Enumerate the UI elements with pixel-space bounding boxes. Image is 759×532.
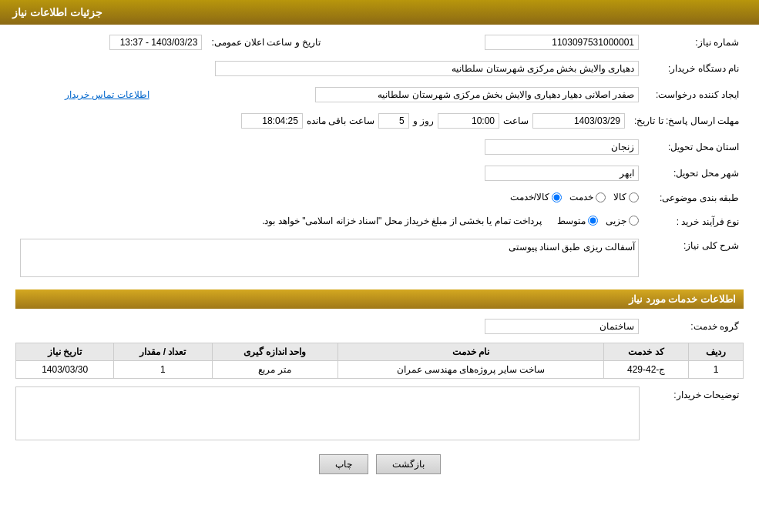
buyer-notes-textarea[interactable] — [15, 386, 640, 440]
need-number-label: شماره نیاز: — [643, 32, 744, 52]
services-data-table: ردیف کد خدمت نام خدمت واحد اندازه گیری ت… — [15, 343, 744, 379]
info-table-buyer-org: نام دستگاه خریدار: دهیاری والایش بخش مرک… — [15, 59, 744, 79]
back-button[interactable]: بازگشت — [376, 454, 441, 474]
deadline-days: 5 — [378, 113, 409, 129]
header-bar: جزئیات اطلاعات نیاز — [0, 0, 759, 25]
buyer-org-value: دهیاری والایش بخش مرکزی شهرستان سلطانیه — [215, 61, 639, 76]
info-table-creator: ایجاد کننده درخواست: صفدر اصلانی دهیار د… — [15, 85, 744, 105]
service-group-label: گروه خدمت: — [643, 316, 744, 336]
need-description-textarea[interactable] — [20, 239, 639, 277]
info-table-province: استان محل تحویل: زنجان — [15, 137, 744, 157]
province-label: استان محل تحویل: — [643, 137, 744, 157]
radio-khedmat[interactable]: خدمت — [569, 192, 606, 202]
main-content: شماره نیاز: 1103097531000001 تاریخ و ساع… — [0, 25, 759, 494]
services-section-title: اطلاعات خدمات مورد نیاز — [15, 289, 744, 309]
col-date: تاریخ نیاز — [16, 343, 114, 361]
col-code: کد خدمت — [604, 343, 689, 361]
date-label: تاریخ و ساعت اعلان عمومی: — [207, 32, 336, 52]
deadline-day-label: روز و — [413, 115, 434, 126]
deadline-remaining: 18:04:25 — [241, 113, 303, 129]
need-number-value: 1103097531000001 — [485, 35, 639, 50]
button-row: بازگشت چاپ — [15, 454, 744, 474]
info-table-purchase-type: نوع فرآیند خرید : جزیی متوسط پرداخت تمام… — [15, 213, 744, 231]
info-table-deadline: مهلت ارسال پاسخ: تا تاریخ: 1403/03/29 سا… — [15, 111, 744, 131]
creator-label: ایجاد کننده درخواست: — [643, 85, 744, 105]
radio-kala[interactable]: کالا — [613, 192, 639, 202]
radio-kala-khedmat[interactable]: کالا/خدمت — [510, 192, 562, 202]
need-desc-label: شرح کلی نیاز: — [643, 236, 744, 282]
info-table-need-desc: شرح کلی نیاز: آسفالت ریزی طبق اسناد پیوس… — [15, 236, 744, 282]
buyer-notes-row: توضیحات خریدار: — [15, 386, 744, 443]
deadline-time: 10:00 — [438, 113, 499, 129]
print-button[interactable]: چاپ — [319, 454, 368, 474]
col-qty: تعداد / مقدار — [114, 343, 212, 361]
deadline-remaining-label: ساعت باقی مانده — [307, 115, 374, 126]
purchase-type-label: نوع فرآیند خرید : — [643, 213, 744, 231]
col-row: ردیف — [688, 343, 743, 361]
service-group-value: ساختمان — [485, 319, 639, 334]
contact-link[interactable]: اطلاعات تماس خریدار — [65, 89, 149, 100]
table-row: 1ج-42-429ساخت سایر پروژه‌های مهندسی عمرا… — [16, 361, 744, 379]
header-title: جزئیات اطلاعات نیاز — [12, 6, 102, 18]
buyer-org-label: نام دستگاه خریدار: — [643, 59, 744, 79]
buyer-notes-label: توضیحات خریدار: — [643, 386, 744, 400]
radio-motavaset[interactable]: متوسط — [557, 216, 598, 226]
city-value: ابهر — [485, 166, 639, 181]
deadline-time-label: ساعت — [503, 115, 529, 126]
deadline-date: 1403/03/29 — [532, 113, 625, 129]
date-value: 1403/03/23 - 13:37 — [109, 35, 202, 50]
info-table-row1: شماره نیاز: 1103097531000001 تاریخ و ساع… — [15, 32, 744, 52]
category-label: طبقه بندی موضوعی: — [643, 189, 744, 207]
info-table-category: طبقه بندی موضوعی: کالا خدمت — [15, 189, 744, 207]
creator-value: صفدر اصلانی دهیار دهیاری والایش بخش مرکز… — [315, 87, 639, 102]
page-container: جزئیات اطلاعات نیاز شماره نیاز: 11030975… — [0, 0, 759, 532]
province-value: زنجان — [485, 139, 639, 155]
deadline-label: مهلت ارسال پاسخ: تا تاریخ: — [630, 111, 744, 131]
city-label: شهر محل تحویل: — [643, 163, 744, 183]
info-table-service-group: گروه خدمت: ساختمان — [15, 316, 744, 336]
col-name: نام خدمت — [338, 343, 604, 361]
radio-jozi[interactable]: جزیی — [606, 216, 639, 226]
col-unit: واحد اندازه گیری — [212, 343, 338, 361]
info-table-city: شهر محل تحویل: ابهر — [15, 163, 744, 183]
purchase-type-note: پرداخت تمام یا بخشی از مبلغ خریداز محل "… — [262, 216, 542, 226]
